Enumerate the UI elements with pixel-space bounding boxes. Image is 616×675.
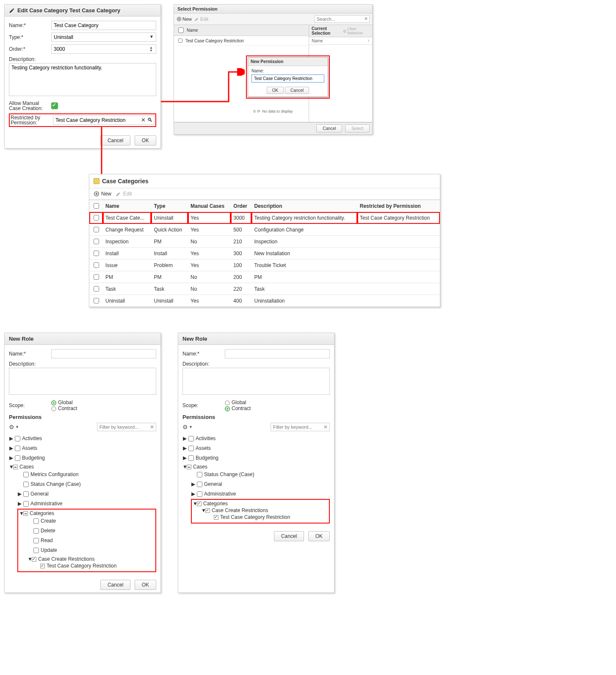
select-all-checkbox[interactable] xyxy=(178,28,184,33)
role-name-label: Name: xyxy=(182,351,225,357)
perm-general[interactable] xyxy=(23,491,29,497)
col-type[interactable]: Type xyxy=(151,200,188,212)
new-permission-name-input[interactable] xyxy=(251,74,324,83)
table-row[interactable]: UninstallUninstallYes400Uninstallation xyxy=(89,295,440,307)
clear-icon[interactable]: ✕ xyxy=(141,117,146,123)
role-cancel-button[interactable]: Cancel xyxy=(100,580,130,590)
row-checkbox[interactable] xyxy=(94,286,99,292)
role-name-input[interactable] xyxy=(51,349,156,358)
filter-clear-icon[interactable]: ✕ xyxy=(323,424,328,430)
perm-assets[interactable] xyxy=(188,446,194,451)
new-permission-cancel[interactable]: Cancel xyxy=(285,87,309,94)
perm-ccr[interactable] xyxy=(32,557,36,562)
perm-cases[interactable] xyxy=(187,465,191,469)
perm-activities[interactable] xyxy=(188,436,194,441)
perm-ccr[interactable] xyxy=(205,508,210,513)
perm-cases[interactable] xyxy=(13,465,18,469)
name-input[interactable] xyxy=(51,21,156,30)
perm-update[interactable] xyxy=(33,548,39,553)
perm-categories[interactable] xyxy=(23,511,28,516)
role-title: New Role xyxy=(178,333,334,345)
col-perm[interactable]: Restricted by Permission xyxy=(357,200,440,212)
gear-icon[interactable]: ⚙▼ xyxy=(9,424,19,430)
perm-tccr[interactable] xyxy=(40,564,45,568)
perm-admin[interactable] xyxy=(197,491,202,497)
perm-assets[interactable] xyxy=(15,446,20,451)
role-name-input[interactable] xyxy=(225,349,330,358)
perm-read[interactable] xyxy=(33,538,39,543)
perm-general[interactable] xyxy=(197,482,202,487)
search-icon[interactable]: 🔍︎ xyxy=(147,117,153,123)
order-input[interactable] xyxy=(51,44,156,54)
type-select[interactable] xyxy=(51,33,156,42)
new-role-dialog-contract: New Role Name: Description: Scope: Globa… xyxy=(178,333,334,593)
role-name-label: Name: xyxy=(9,351,51,357)
scope-contract-radio[interactable] xyxy=(225,406,230,411)
gear-icon[interactable]: ⚙▼ xyxy=(182,424,193,430)
table-row[interactable]: Test Case Cate...UninstallYes3000Testing… xyxy=(89,212,440,224)
ok-button[interactable]: OK xyxy=(135,135,156,146)
table-row[interactable]: InspectionPMNo210Inspection xyxy=(89,236,440,248)
scope-contract-radio[interactable] xyxy=(51,406,56,411)
row-checkbox[interactable] xyxy=(94,215,99,220)
perm-admin[interactable] xyxy=(23,501,29,507)
row-checkbox[interactable] xyxy=(94,274,99,280)
table-row[interactable]: Change RequestQuick ActionYes500Configur… xyxy=(89,224,440,236)
allow-manual-checkbox[interactable] xyxy=(51,102,58,109)
table-row[interactable]: InstallInstallYes300New Installation xyxy=(89,248,440,259)
perm-create[interactable] xyxy=(33,518,39,524)
search-input[interactable] xyxy=(315,15,370,23)
filter-clear-icon[interactable]: ✕ xyxy=(150,424,154,430)
new-permission-ok[interactable]: OK xyxy=(267,87,284,94)
restricted-by-input[interactable] xyxy=(53,116,155,125)
col-desc[interactable]: Description xyxy=(251,200,357,212)
perm-metrics[interactable] xyxy=(23,472,29,477)
permission-row-checkbox[interactable] xyxy=(178,39,182,43)
perm-categories[interactable] xyxy=(197,501,202,506)
col-manual[interactable]: Manual Cases xyxy=(188,200,231,212)
row-checkbox[interactable] xyxy=(94,298,99,303)
perm-delete[interactable] xyxy=(33,528,39,534)
scope-global-radio[interactable] xyxy=(51,400,56,405)
clear-selection-button[interactable]: ⊘ Clear Selection xyxy=(343,27,370,35)
new-permission-dialog: New Permission Name: OK Cancel xyxy=(248,57,328,97)
role-ok-button[interactable]: OK xyxy=(135,580,156,590)
role-desc-textarea[interactable] xyxy=(9,368,156,395)
role-cancel-button[interactable]: Cancel xyxy=(274,531,304,541)
col-name[interactable]: Name xyxy=(103,200,151,212)
permission-row[interactable]: Test Case Category Restriction xyxy=(174,36,309,46)
refresh-icon[interactable]: ⟳ xyxy=(257,109,260,113)
select-all-rows[interactable] xyxy=(94,203,99,209)
row-checkbox[interactable] xyxy=(94,262,99,268)
role-desc-textarea[interactable] xyxy=(182,368,330,395)
col-order[interactable]: Order xyxy=(231,200,251,212)
table-row[interactable]: TaskTaskNo220Task xyxy=(89,283,440,295)
cancel-button[interactable]: Cancel xyxy=(316,124,342,132)
role-ok-button[interactable]: OK xyxy=(308,531,330,541)
row-checkbox[interactable] xyxy=(94,227,99,232)
perm-activities[interactable] xyxy=(15,436,20,441)
description-textarea[interactable]: Testing Category restriction functionali… xyxy=(9,63,156,96)
spinner-buttons[interactable]: ▲▼ xyxy=(149,44,155,54)
chevron-down-icon[interactable]: ▼ xyxy=(149,34,154,39)
clear-search-icon[interactable]: ✕ xyxy=(364,16,368,22)
perm-tccr[interactable] xyxy=(214,515,218,520)
permissions-filter[interactable] xyxy=(97,423,156,431)
table-row[interactable]: PMPMNo200PM xyxy=(89,271,440,283)
table-row[interactable]: IssueProblemYes100Trouble Ticket xyxy=(89,259,440,271)
perm-budgeting[interactable] xyxy=(188,455,194,461)
new-permission-highlight: New Permission Name: OK Cancel xyxy=(246,55,330,99)
row-checkbox[interactable] xyxy=(94,239,99,244)
row-checkbox[interactable] xyxy=(94,251,99,256)
perm-budgeting[interactable] xyxy=(15,455,20,461)
perm-status[interactable] xyxy=(197,472,202,477)
permissions-filter[interactable] xyxy=(271,423,330,431)
scope-global-radio[interactable] xyxy=(225,400,230,405)
no-data-footer: 0 ⟳ No data to display xyxy=(174,109,372,113)
perm-status[interactable] xyxy=(23,482,29,487)
grid-new-button[interactable]: New xyxy=(94,191,111,197)
sort-icon[interactable]: ↑ xyxy=(368,39,370,43)
select-permission-dialog: Select Permission New Edit ✕ Name xyxy=(174,4,373,135)
new-button[interactable]: New xyxy=(177,17,192,22)
cancel-button[interactable]: Cancel xyxy=(100,135,130,146)
